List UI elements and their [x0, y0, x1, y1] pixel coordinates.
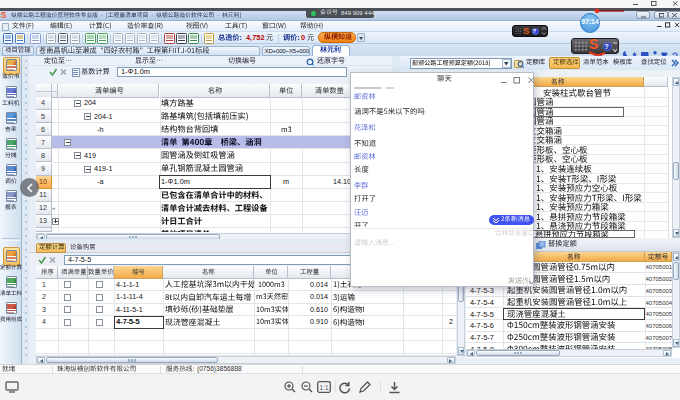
svg-text:1:1: 1:1 — [319, 384, 328, 391]
